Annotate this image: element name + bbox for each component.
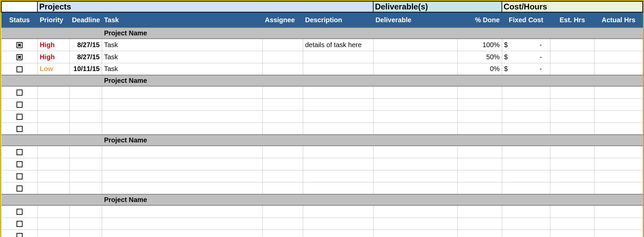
cell-actual-hrs[interactable] xyxy=(594,158,643,170)
section-blank[interactable] xyxy=(1,135,102,146)
cell-priority[interactable] xyxy=(37,110,69,123)
section-blank[interactable] xyxy=(550,75,594,86)
col-deadline[interactable]: Deadline xyxy=(70,12,102,28)
col-task[interactable]: Task xyxy=(102,12,262,28)
cell-est-hrs[interactable] xyxy=(550,39,594,51)
section-blank[interactable] xyxy=(373,28,458,39)
cell-task[interactable] xyxy=(102,170,262,182)
cell-deadline[interactable] xyxy=(70,205,102,217)
cell-deliverable[interactable] xyxy=(373,110,458,123)
cell-deliverable[interactable] xyxy=(373,158,458,170)
cell-est-hrs[interactable] xyxy=(550,98,594,110)
cell-priority[interactable] xyxy=(37,158,69,170)
cell-status[interactable] xyxy=(1,86,37,98)
cell-status[interactable] xyxy=(1,170,37,182)
cell-pct-done[interactable] xyxy=(458,146,502,158)
cell-task[interactable]: Task xyxy=(102,63,262,75)
section-blank[interactable] xyxy=(373,75,458,86)
cell-pct-done[interactable] xyxy=(458,123,502,135)
cell-deadline[interactable]: 8/27/15 xyxy=(70,39,102,51)
checkbox-icon[interactable] xyxy=(17,90,23,96)
section-blank[interactable] xyxy=(373,135,458,146)
col-deliverable[interactable]: Deliverable xyxy=(373,12,458,28)
cell-description[interactable] xyxy=(303,110,373,123)
col-pct-done[interactable]: % Done xyxy=(458,12,502,28)
section-blank[interactable] xyxy=(502,28,550,39)
cell-priority[interactable] xyxy=(37,182,69,194)
section-blank[interactable] xyxy=(263,194,303,205)
checkbox-icon[interactable]: ✖ xyxy=(17,54,23,60)
cell-deadline[interactable] xyxy=(70,86,102,98)
cell-est-hrs[interactable] xyxy=(550,110,594,123)
cell-assignee[interactable] xyxy=(263,182,303,194)
cell-deadline[interactable]: 8/27/15 xyxy=(70,51,102,63)
cell-est-hrs[interactable] xyxy=(550,158,594,170)
section-blank[interactable] xyxy=(458,135,502,146)
cell-description[interactable] xyxy=(303,51,373,63)
cell-pct-done[interactable] xyxy=(458,86,502,98)
section-blank[interactable] xyxy=(502,194,550,205)
cell-task[interactable]: Task xyxy=(102,39,262,51)
cell-description[interactable]: details of task here xyxy=(303,39,373,51)
cell-actual-hrs[interactable] xyxy=(594,39,643,51)
cell-description[interactable] xyxy=(303,63,373,75)
section-blank[interactable] xyxy=(550,135,594,146)
cell-deadline[interactable] xyxy=(70,230,102,237)
cell-description[interactable] xyxy=(303,217,373,230)
cell-actual-hrs[interactable] xyxy=(594,51,643,63)
cell-actual-hrs[interactable] xyxy=(594,98,643,110)
cell-deliverable[interactable] xyxy=(373,63,458,75)
cell-fixed-cost[interactable] xyxy=(502,205,550,217)
cell-deadline[interactable] xyxy=(70,182,102,194)
cell-assignee[interactable] xyxy=(263,146,303,158)
section-name[interactable]: Project Name xyxy=(102,135,262,146)
cell-actual-hrs[interactable] xyxy=(594,217,643,230)
cell-assignee[interactable] xyxy=(263,170,303,182)
checkbox-icon[interactable] xyxy=(17,66,23,72)
section-blank[interactable] xyxy=(458,75,502,86)
cell-task[interactable] xyxy=(102,205,262,217)
cell-assignee[interactable] xyxy=(263,217,303,230)
cell-est-hrs[interactable] xyxy=(550,217,594,230)
checkbox-icon[interactable] xyxy=(17,126,23,132)
cell-description[interactable] xyxy=(303,123,373,135)
cell-fixed-cost[interactable] xyxy=(502,158,550,170)
section-blank[interactable] xyxy=(550,194,594,205)
section-blank[interactable] xyxy=(458,28,502,39)
cell-est-hrs[interactable] xyxy=(550,146,594,158)
cell-task[interactable] xyxy=(102,123,262,135)
cell-est-hrs[interactable] xyxy=(550,170,594,182)
cell-priority[interactable] xyxy=(37,170,69,182)
cell-assignee[interactable] xyxy=(263,205,303,217)
checkbox-icon[interactable]: ✖ xyxy=(17,42,23,48)
cell-assignee[interactable] xyxy=(263,63,303,75)
cell-actual-hrs[interactable] xyxy=(594,146,643,158)
cell-fixed-cost[interactable]: $- xyxy=(502,51,550,63)
cell-task[interactable] xyxy=(102,182,262,194)
cell-status[interactable] xyxy=(1,110,37,123)
cell-task[interactable] xyxy=(102,230,262,237)
cell-pct-done[interactable] xyxy=(458,205,502,217)
cell-deliverable[interactable] xyxy=(373,123,458,135)
cell-priority[interactable] xyxy=(37,205,69,217)
cell-status[interactable] xyxy=(1,158,37,170)
checkbox-icon[interactable] xyxy=(17,233,23,237)
cell-description[interactable] xyxy=(303,98,373,110)
col-priority[interactable]: Priority xyxy=(37,12,69,28)
cell-pct-done[interactable]: 100% xyxy=(458,39,502,51)
cell-status[interactable] xyxy=(1,205,37,217)
checkbox-icon[interactable] xyxy=(17,221,23,227)
cell-pct-done[interactable] xyxy=(458,170,502,182)
cell-status[interactable] xyxy=(1,63,37,75)
cell-pct-done[interactable]: 0% xyxy=(458,63,502,75)
cell-deadline[interactable] xyxy=(70,158,102,170)
section-blank[interactable] xyxy=(373,194,458,205)
cell-assignee[interactable] xyxy=(263,110,303,123)
section-blank[interactable] xyxy=(594,135,643,146)
cell-description[interactable] xyxy=(303,230,373,237)
cell-fixed-cost[interactable] xyxy=(502,217,550,230)
cell-pct-done[interactable] xyxy=(458,182,502,194)
cell-fixed-cost[interactable] xyxy=(502,230,550,237)
cell-description[interactable] xyxy=(303,158,373,170)
col-fixed-cost[interactable]: Fixed Cost xyxy=(502,12,550,28)
